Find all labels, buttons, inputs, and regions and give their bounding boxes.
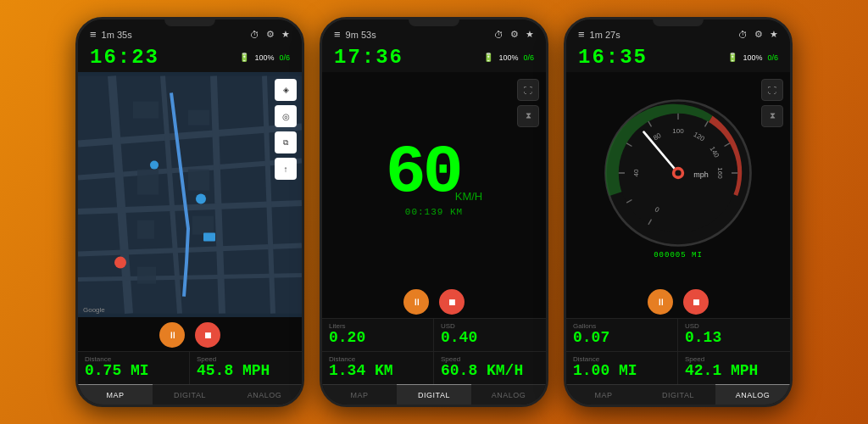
speed-value: 42.1 MPH <box>685 363 783 380</box>
svg-point-17 <box>114 257 126 269</box>
tab-analog[interactable]: ANALOG <box>227 385 302 404</box>
usd-value: 0.40 <box>441 330 539 347</box>
tab-analog[interactable]: ANALOG <box>471 385 546 404</box>
status-bar-left: ≡ 1m 27s <box>578 28 620 41</box>
speed-row: 60 KM/H <box>386 139 483 207</box>
map-layers-btn[interactable]: ◈ <box>275 79 297 101</box>
usd-cell: USD 0.40 <box>434 319 546 352</box>
stats-row: Distance 0.75 MI Speed 45.8 MPH <box>78 351 302 384</box>
tab-digital[interactable]: DIGITAL <box>153 385 227 404</box>
speed-cell: Speed 60.8 KM/H <box>434 352 546 384</box>
distance-cell: Distance 0.75 MI <box>78 352 190 384</box>
pause-button[interactable]: ⏸ <box>159 322 185 348</box>
clock-display: 16:35 <box>578 46 648 69</box>
history-icon[interactable]: ⏱ <box>738 30 748 40</box>
map-view[interactable]: ◈ ◎ ⧉ ↑ Google <box>78 72 302 317</box>
menu-icon[interactable]: ≡ <box>90 28 97 41</box>
speed-display: 60 <box>386 139 460 207</box>
map-phone: ≡ 1m 35s ⏱ ⚙ ★ 16:23 🔋 100% 0/6 <box>75 17 304 407</box>
svg-rect-16 <box>137 267 156 284</box>
controls-row: ⏸ ⏹ <box>322 284 546 318</box>
stop-button[interactable]: ⏹ <box>439 289 465 315</box>
pause-button[interactable]: ⏸ <box>403 289 429 315</box>
screen-btn[interactable]: ⛶ <box>761 79 783 101</box>
notch <box>409 20 459 26</box>
notch <box>164 20 215 26</box>
speed-value: 60.8 KM/H <box>441 363 539 380</box>
stop-button[interactable]: ⏹ <box>195 322 220 348</box>
tab-digital[interactable]: DIGITAL <box>641 385 715 404</box>
speed-value: 45.8 MPH <box>197 363 295 380</box>
map-svg <box>78 72 302 317</box>
svg-rect-20 <box>203 233 215 242</box>
timer-label: 9m 53s <box>346 30 376 40</box>
map-share-btn[interactable]: ↑ <box>275 158 297 180</box>
tab-map[interactable]: MAP <box>78 384 153 404</box>
settings-icon[interactable]: ⚙ <box>754 29 763 40</box>
menu-icon[interactable]: ≡ <box>334 28 341 41</box>
tab-analog[interactable]: ANALOG <box>715 384 790 404</box>
stats-4: Gallons 0.07 USD 0.13 Distance 1.00 MI S… <box>566 318 790 384</box>
tab-bar: MAP DIGITAL ANALOG <box>322 384 546 404</box>
settings-icon[interactable]: ⚙ <box>266 29 275 40</box>
controls-row: ⏸ ⏹ <box>566 284 790 318</box>
svg-text:100: 100 <box>672 127 684 135</box>
map-stack-btn[interactable]: ⧉ <box>275 131 297 153</box>
gallons-cell: Gallons 0.07 <box>566 319 678 352</box>
info-right: 🔋 100% 0/6 <box>483 53 534 62</box>
screen-btn[interactable]: ⛶ <box>517 79 539 101</box>
stop-button[interactable]: ⏹ <box>683 289 709 315</box>
info-bar: 17:36 🔋 100% 0/6 <box>322 44 546 72</box>
distance-value: 0.75 MI <box>85 363 182 380</box>
star-icon[interactable]: ★ <box>526 29 534 40</box>
gallons-value: 0.07 <box>573 330 670 347</box>
usd-value: 0.13 <box>685 330 783 347</box>
clock-display: 17:36 <box>334 46 403 69</box>
speedometer: 0 40 80 100 120 140 160 mph <box>602 97 754 249</box>
map-controls-row: ⏸ ⏹ <box>78 317 302 351</box>
svg-text:160: 160 <box>716 167 724 179</box>
history-icon[interactable]: ⏱ <box>494 30 504 40</box>
info-bar: 16:35 🔋 100% 0/6 <box>566 44 790 72</box>
status-bar-left: ≡ 1m 35s <box>90 28 132 41</box>
tab-bar: MAP DIGITAL ANALOG <box>566 384 790 404</box>
distance-value: 1.34 KM <box>329 363 426 380</box>
svg-point-42 <box>675 170 681 176</box>
tab-map[interactable]: MAP <box>322 385 397 404</box>
analog-phone: ≡ 1m 27s ⏱ ⚙ ★ 16:35 🔋 100% 0/6 ⛶ ⧗ <box>564 17 793 407</box>
clock-display: 16:23 <box>90 46 159 69</box>
distance-cell: Distance 1.00 MI <box>566 352 678 384</box>
history-icon[interactable]: ⏱ <box>250 30 259 40</box>
svg-rect-15 <box>192 216 214 235</box>
pause-button[interactable]: ⏸ <box>648 289 673 315</box>
mileage-display: 000005 MI <box>654 251 703 259</box>
star-icon[interactable]: ★ <box>770 29 778 40</box>
svg-point-19 <box>150 161 159 170</box>
menu-icon[interactable]: ≡ <box>578 28 585 41</box>
waypoints: 0/6 <box>523 53 534 62</box>
battery-percent: 100% <box>743 53 762 62</box>
waypoints: 0/6 <box>767 53 778 62</box>
settings-icon[interactable]: ⚙ <box>510 29 519 40</box>
analog-controls: ⛶ ⧗ <box>761 79 783 127</box>
hourglass-btn[interactable]: ⧗ <box>517 105 539 127</box>
status-bar-right: ⏱ ⚙ ★ <box>494 29 534 40</box>
map-compass-btn[interactable]: ◎ <box>275 105 297 127</box>
timer-label: 1m 35s <box>102 30 132 40</box>
distance-cell: Distance 1.34 KM <box>322 352 434 384</box>
tab-map[interactable]: MAP <box>566 385 641 404</box>
liters-value: 0.20 <box>329 330 426 347</box>
trip-distance: 00:139 KM <box>405 207 463 217</box>
info-right: 🔋 100% 0/6 <box>727 53 778 62</box>
star-icon[interactable]: ★ <box>281 29 290 40</box>
speed-cell: Speed 45.8 MPH <box>190 352 302 384</box>
hourglass-btn[interactable]: ⧗ <box>761 105 783 127</box>
notch <box>653 20 704 26</box>
digital-phone: ≡ 9m 53s ⏱ ⚙ ★ 17:36 🔋 100% 0/6 ⛶ ⧗ 60 K… <box>320 17 548 407</box>
speed-cell: Speed 42.1 MPH <box>678 352 790 384</box>
tab-digital[interactable]: DIGITAL <box>397 384 471 404</box>
svg-rect-14 <box>137 220 154 239</box>
svg-point-18 <box>196 194 206 204</box>
svg-rect-12 <box>137 170 159 195</box>
info-bar: 16:23 🔋 100% 0/6 <box>78 44 302 72</box>
